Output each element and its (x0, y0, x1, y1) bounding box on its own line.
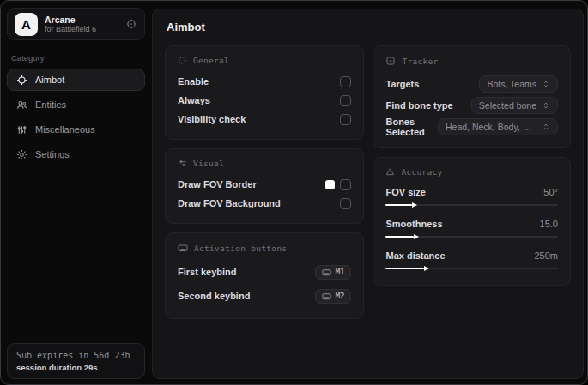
sub-expires-text: Sub expires in 56d 23h (16, 351, 136, 360)
slider-fill (385, 236, 413, 238)
sliders-icon (16, 124, 27, 135)
fov-size-value: 50° (543, 187, 558, 197)
accuracy-card: Accuracy FOV size 50° (373, 157, 571, 286)
setting-label: FOV size (385, 187, 425, 197)
max-distance-slider[interactable] (385, 264, 558, 273)
sidebar-item-label: Entities (35, 99, 66, 110)
setting-row: First keybind M1 (178, 260, 351, 284)
card-title: General (193, 56, 229, 65)
crosshair-icon (178, 56, 187, 65)
chevrons-up-down-icon (542, 80, 550, 88)
dropdown-value: Bots, Teams (487, 79, 536, 89)
sidebar-item-miscellaneous[interactable]: Miscellaneous (7, 118, 145, 141)
activation-buttons-card: Activation buttons First keybind M1 (165, 232, 364, 319)
sidebar-nav: Aimbot Entities Miscella (1, 69, 151, 165)
setting-label: Bones Selected (385, 117, 438, 137)
gear-icon (16, 149, 27, 160)
setting-row: Smoothness 15.0 (385, 215, 558, 241)
triangle-icon (385, 167, 395, 177)
session-duration-text: session duration 29s (16, 363, 136, 372)
dropdown-value: Selected bone (479, 100, 536, 111)
draw-fov-background-checkbox[interactable] (340, 198, 351, 209)
chevrons-up-down-icon (542, 123, 550, 131)
target-icon[interactable] (125, 18, 137, 30)
slider-fill (385, 268, 423, 269)
enable-checkbox[interactable] (340, 76, 351, 87)
card-title: Tracker (402, 57, 438, 66)
draw-fov-border-checkbox[interactable] (340, 179, 351, 190)
setting-label: Find bone type (385, 100, 452, 111)
tracker-card: Tracker Targets Bots, Teams (373, 45, 571, 148)
slider-fill (385, 204, 411, 206)
second-keybind-button[interactable]: M2 (315, 289, 352, 304)
first-keybind-button[interactable]: M1 (315, 265, 352, 280)
setting-row: Bones Selected Head, Neck, Body, Pe.. (385, 116, 558, 137)
app-name: Arcane (45, 15, 118, 25)
keybind-value: M2 (336, 292, 345, 300)
keybind-value: M1 (336, 268, 345, 276)
setting-row: Draw FOV Background (178, 194, 351, 213)
fov-border-color-swatch[interactable] (325, 180, 335, 189)
card-title: Accuracy (401, 167, 442, 177)
setting-label: First keybind (178, 267, 236, 277)
setting-label: Draw FOV Background (178, 198, 281, 208)
app-logo: A (15, 13, 38, 36)
setting-row: Always (178, 91, 351, 110)
visual-card: Visual Draw FOV Border Draw FOV Backgrou… (165, 148, 364, 224)
sidebar-item-label: Miscellaneous (35, 124, 95, 135)
tune-icon (178, 159, 187, 168)
fov-size-slider[interactable] (385, 201, 558, 209)
sidebar-item-aimbot[interactable]: Aimbot (7, 69, 145, 91)
setting-row: Find bone type Selected bone (385, 94, 558, 116)
app-subtitle: for Battlefield 6 (45, 25, 118, 33)
page-title: Aimbot (167, 21, 571, 33)
app-window: A Arcane for Battlefield 6 Category (0, 0, 588, 385)
card-title: Activation buttons (194, 244, 287, 253)
setting-row: Draw FOV Border (178, 175, 351, 194)
category-label: Category (11, 53, 141, 63)
setting-label: Second keybind (178, 291, 250, 301)
minus-square-icon (385, 56, 396, 66)
setting-row: Targets Bots, Teams (385, 73, 558, 94)
users-icon (16, 99, 27, 111)
chevrons-up-down-icon (542, 101, 550, 110)
sidebar-item-entities[interactable]: Entities (7, 93, 145, 116)
smoothness-value: 15.0 (540, 219, 558, 229)
keyboard-icon (178, 243, 188, 253)
always-checkbox[interactable] (340, 95, 351, 106)
smoothness-slider[interactable] (385, 232, 558, 241)
max-distance-value: 250m (534, 250, 558, 261)
setting-label: Smoothness (385, 219, 442, 229)
bones-selected-dropdown[interactable]: Head, Neck, Body, Pe.. (438, 118, 558, 135)
keyboard-icon (322, 292, 331, 301)
setting-label: Max distance (385, 250, 445, 261)
app-titles: Arcane for Battlefield 6 (45, 15, 118, 33)
setting-label: Always (178, 95, 210, 105)
keyboard-icon (322, 268, 331, 277)
setting-row: Visibility check (178, 110, 351, 129)
sidebar: A Arcane for Battlefield 6 Category (1, 1, 151, 384)
setting-label: Enable (178, 76, 209, 87)
subscription-info: Sub expires in 56d 23h session duration … (7, 343, 145, 379)
sidebar-item-label: Aimbot (35, 75, 64, 85)
sidebar-item-label: Settings (35, 149, 70, 159)
setting-label: Draw FOV Border (178, 179, 257, 189)
sidebar-item-settings[interactable]: Settings (7, 143, 145, 165)
main-panel: Aimbot General Enable (152, 9, 584, 379)
setting-row: Enable (178, 72, 351, 91)
setting-label: Targets (385, 79, 419, 89)
dropdown-value: Head, Neck, Body, Pe.. (446, 122, 536, 132)
setting-row: Max distance 250m (385, 247, 558, 273)
crosshair-icon (16, 75, 27, 86)
setting-row: FOV size 50° (385, 183, 558, 209)
card-title: Visual (193, 159, 224, 168)
sidebar-header: A Arcane for Battlefield 6 (7, 8, 145, 40)
general-card: General Enable Always Visibility check (165, 45, 364, 140)
setting-label: Visibility check (178, 114, 246, 124)
find-bone-type-dropdown[interactable]: Selected bone (471, 97, 558, 114)
setting-row: Second keybind M2 (178, 284, 351, 308)
visibility-check-checkbox[interactable] (340, 114, 351, 125)
targets-dropdown[interactable]: Bots, Teams (479, 75, 558, 93)
